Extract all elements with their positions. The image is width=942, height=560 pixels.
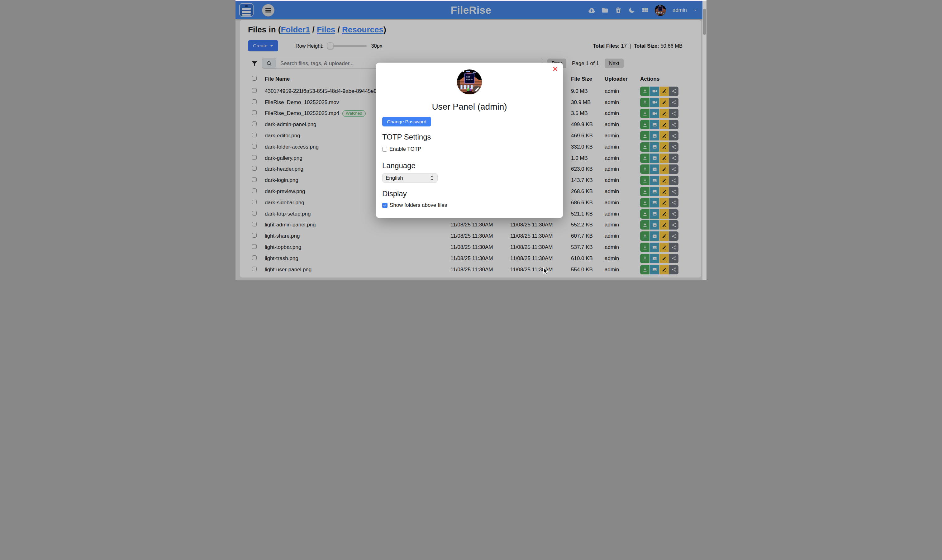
profile-avatar[interactable] [457, 69, 482, 94]
show-folders-label: Show folders above files [390, 202, 447, 208]
display-heading: Display [382, 189, 557, 198]
language-value: English [386, 175, 403, 181]
page-scrollbar[interactable] [702, 0, 706, 280]
language-heading: Language [382, 162, 557, 170]
filerise-app: FileRise admin Files in (Folder1 / Files… [236, 0, 706, 280]
enable-totp-row: Enable TOTP [382, 146, 557, 152]
select-stepper-icon [429, 175, 434, 181]
close-icon[interactable]: ✕ [552, 66, 558, 72]
language-select[interactable]: English [382, 173, 438, 183]
change-password-button[interactable]: Change Password [382, 117, 431, 126]
totp-settings-heading: TOTP Settings [382, 133, 557, 142]
check-icon [383, 204, 386, 207]
enable-totp-checkbox[interactable] [382, 147, 387, 152]
show-folders-checkbox[interactable] [382, 203, 388, 208]
user-panel-modal: ✕ User Panel (admin) Change Password TOT… [376, 63, 563, 218]
window-chrome-strip [236, 0, 706, 1]
scrollbar-thumb[interactable] [703, 9, 706, 35]
show-folders-row: Show folders above files [382, 202, 557, 208]
enable-totp-label: Enable TOTP [389, 146, 421, 152]
modal-title: User Panel (admin) [382, 102, 557, 111]
